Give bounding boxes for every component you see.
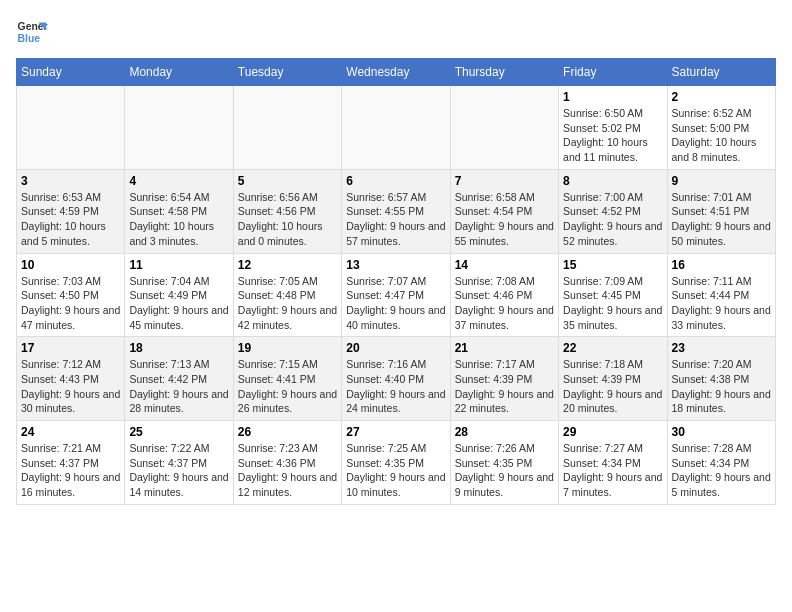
logo-icon: General Blue [16, 16, 48, 48]
svg-text:Blue: Blue [18, 33, 41, 44]
day-number: 10 [21, 258, 120, 272]
weekday-header: Sunday [17, 59, 125, 86]
day-info: Sunrise: 6:50 AM Sunset: 5:02 PM Dayligh… [563, 106, 662, 165]
day-number: 15 [563, 258, 662, 272]
day-number: 14 [455, 258, 554, 272]
day-info: Sunrise: 7:23 AM Sunset: 4:36 PM Dayligh… [238, 441, 337, 500]
calendar-cell: 22Sunrise: 7:18 AM Sunset: 4:39 PM Dayli… [559, 337, 667, 421]
day-number: 7 [455, 174, 554, 188]
day-number: 9 [672, 174, 771, 188]
day-number: 16 [672, 258, 771, 272]
day-info: Sunrise: 7:22 AM Sunset: 4:37 PM Dayligh… [129, 441, 228, 500]
calendar-cell: 21Sunrise: 7:17 AM Sunset: 4:39 PM Dayli… [450, 337, 558, 421]
day-number: 4 [129, 174, 228, 188]
day-number: 20 [346, 341, 445, 355]
calendar-cell: 19Sunrise: 7:15 AM Sunset: 4:41 PM Dayli… [233, 337, 341, 421]
day-number: 12 [238, 258, 337, 272]
day-number: 2 [672, 90, 771, 104]
day-number: 23 [672, 341, 771, 355]
weekday-header: Wednesday [342, 59, 450, 86]
calendar-cell: 17Sunrise: 7:12 AM Sunset: 4:43 PM Dayli… [17, 337, 125, 421]
calendar-cell: 3Sunrise: 6:53 AM Sunset: 4:59 PM Daylig… [17, 169, 125, 253]
calendar-cell: 12Sunrise: 7:05 AM Sunset: 4:48 PM Dayli… [233, 253, 341, 337]
calendar-week-row: 1Sunrise: 6:50 AM Sunset: 5:02 PM Daylig… [17, 86, 776, 170]
day-number: 21 [455, 341, 554, 355]
day-info: Sunrise: 7:26 AM Sunset: 4:35 PM Dayligh… [455, 441, 554, 500]
calendar-cell: 5Sunrise: 6:56 AM Sunset: 4:56 PM Daylig… [233, 169, 341, 253]
calendar-cell: 7Sunrise: 6:58 AM Sunset: 4:54 PM Daylig… [450, 169, 558, 253]
day-info: Sunrise: 7:13 AM Sunset: 4:42 PM Dayligh… [129, 357, 228, 416]
day-info: Sunrise: 7:17 AM Sunset: 4:39 PM Dayligh… [455, 357, 554, 416]
calendar-cell: 25Sunrise: 7:22 AM Sunset: 4:37 PM Dayli… [125, 421, 233, 505]
day-info: Sunrise: 7:16 AM Sunset: 4:40 PM Dayligh… [346, 357, 445, 416]
day-info: Sunrise: 6:53 AM Sunset: 4:59 PM Dayligh… [21, 190, 120, 249]
calendar-week-row: 3Sunrise: 6:53 AM Sunset: 4:59 PM Daylig… [17, 169, 776, 253]
calendar-cell [17, 86, 125, 170]
day-info: Sunrise: 7:12 AM Sunset: 4:43 PM Dayligh… [21, 357, 120, 416]
calendar-cell: 11Sunrise: 7:04 AM Sunset: 4:49 PM Dayli… [125, 253, 233, 337]
calendar-cell: 18Sunrise: 7:13 AM Sunset: 4:42 PM Dayli… [125, 337, 233, 421]
calendar-cell: 29Sunrise: 7:27 AM Sunset: 4:34 PM Dayli… [559, 421, 667, 505]
calendar-week-row: 17Sunrise: 7:12 AM Sunset: 4:43 PM Dayli… [17, 337, 776, 421]
day-number: 19 [238, 341, 337, 355]
calendar-cell [342, 86, 450, 170]
day-info: Sunrise: 6:57 AM Sunset: 4:55 PM Dayligh… [346, 190, 445, 249]
day-number: 26 [238, 425, 337, 439]
day-number: 13 [346, 258, 445, 272]
calendar-cell: 2Sunrise: 6:52 AM Sunset: 5:00 PM Daylig… [667, 86, 775, 170]
day-info: Sunrise: 7:08 AM Sunset: 4:46 PM Dayligh… [455, 274, 554, 333]
calendar-cell: 15Sunrise: 7:09 AM Sunset: 4:45 PM Dayli… [559, 253, 667, 337]
calendar-table: SundayMondayTuesdayWednesdayThursdayFrid… [16, 58, 776, 505]
calendar-cell: 26Sunrise: 7:23 AM Sunset: 4:36 PM Dayli… [233, 421, 341, 505]
calendar-cell: 24Sunrise: 7:21 AM Sunset: 4:37 PM Dayli… [17, 421, 125, 505]
calendar-cell [125, 86, 233, 170]
day-info: Sunrise: 7:03 AM Sunset: 4:50 PM Dayligh… [21, 274, 120, 333]
day-info: Sunrise: 7:20 AM Sunset: 4:38 PM Dayligh… [672, 357, 771, 416]
day-info: Sunrise: 6:56 AM Sunset: 4:56 PM Dayligh… [238, 190, 337, 249]
calendar-cell: 30Sunrise: 7:28 AM Sunset: 4:34 PM Dayli… [667, 421, 775, 505]
weekday-header: Thursday [450, 59, 558, 86]
day-info: Sunrise: 7:00 AM Sunset: 4:52 PM Dayligh… [563, 190, 662, 249]
calendar-cell: 20Sunrise: 7:16 AM Sunset: 4:40 PM Dayli… [342, 337, 450, 421]
logo: General Blue [16, 16, 48, 48]
weekday-header: Saturday [667, 59, 775, 86]
calendar-cell: 10Sunrise: 7:03 AM Sunset: 4:50 PM Dayli… [17, 253, 125, 337]
day-info: Sunrise: 7:27 AM Sunset: 4:34 PM Dayligh… [563, 441, 662, 500]
weekday-header: Friday [559, 59, 667, 86]
day-info: Sunrise: 7:11 AM Sunset: 4:44 PM Dayligh… [672, 274, 771, 333]
day-info: Sunrise: 7:18 AM Sunset: 4:39 PM Dayligh… [563, 357, 662, 416]
day-number: 28 [455, 425, 554, 439]
day-number: 8 [563, 174, 662, 188]
calendar-week-row: 24Sunrise: 7:21 AM Sunset: 4:37 PM Dayli… [17, 421, 776, 505]
day-number: 25 [129, 425, 228, 439]
day-number: 18 [129, 341, 228, 355]
calendar-cell: 8Sunrise: 7:00 AM Sunset: 4:52 PM Daylig… [559, 169, 667, 253]
calendar-header-row: SundayMondayTuesdayWednesdayThursdayFrid… [17, 59, 776, 86]
calendar-cell: 13Sunrise: 7:07 AM Sunset: 4:47 PM Dayli… [342, 253, 450, 337]
calendar-cell: 23Sunrise: 7:20 AM Sunset: 4:38 PM Dayli… [667, 337, 775, 421]
calendar-cell: 4Sunrise: 6:54 AM Sunset: 4:58 PM Daylig… [125, 169, 233, 253]
weekday-header: Monday [125, 59, 233, 86]
day-info: Sunrise: 7:28 AM Sunset: 4:34 PM Dayligh… [672, 441, 771, 500]
day-number: 30 [672, 425, 771, 439]
calendar-cell: 6Sunrise: 6:57 AM Sunset: 4:55 PM Daylig… [342, 169, 450, 253]
day-number: 6 [346, 174, 445, 188]
calendar-cell [450, 86, 558, 170]
day-number: 1 [563, 90, 662, 104]
calendar-cell: 9Sunrise: 7:01 AM Sunset: 4:51 PM Daylig… [667, 169, 775, 253]
day-number: 5 [238, 174, 337, 188]
page-header: General Blue [16, 16, 776, 48]
day-info: Sunrise: 7:25 AM Sunset: 4:35 PM Dayligh… [346, 441, 445, 500]
day-info: Sunrise: 7:04 AM Sunset: 4:49 PM Dayligh… [129, 274, 228, 333]
calendar-cell: 28Sunrise: 7:26 AM Sunset: 4:35 PM Dayli… [450, 421, 558, 505]
day-info: Sunrise: 7:09 AM Sunset: 4:45 PM Dayligh… [563, 274, 662, 333]
day-info: Sunrise: 7:05 AM Sunset: 4:48 PM Dayligh… [238, 274, 337, 333]
day-number: 27 [346, 425, 445, 439]
day-info: Sunrise: 6:52 AM Sunset: 5:00 PM Dayligh… [672, 106, 771, 165]
day-number: 11 [129, 258, 228, 272]
day-number: 3 [21, 174, 120, 188]
day-info: Sunrise: 6:58 AM Sunset: 4:54 PM Dayligh… [455, 190, 554, 249]
calendar-cell: 27Sunrise: 7:25 AM Sunset: 4:35 PM Dayli… [342, 421, 450, 505]
calendar-cell [233, 86, 341, 170]
calendar-cell: 1Sunrise: 6:50 AM Sunset: 5:02 PM Daylig… [559, 86, 667, 170]
